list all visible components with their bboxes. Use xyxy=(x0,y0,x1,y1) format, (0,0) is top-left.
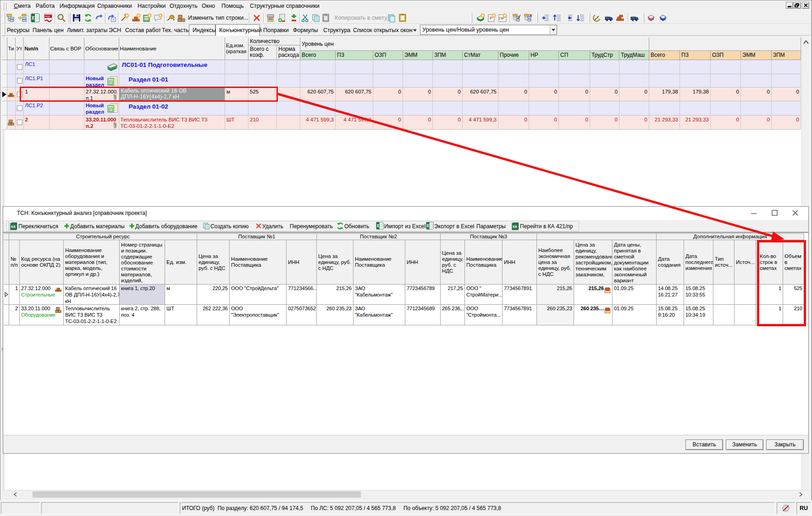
svg-text:PDF: PDF xyxy=(45,15,50,18)
svg-text:КА: КА xyxy=(513,225,517,229)
svg-text:Р: Р xyxy=(110,109,112,111)
svg-text:Р: Р xyxy=(110,82,112,84)
svg-text:P: P xyxy=(490,16,492,21)
svg-text:КА: КА xyxy=(11,225,16,229)
